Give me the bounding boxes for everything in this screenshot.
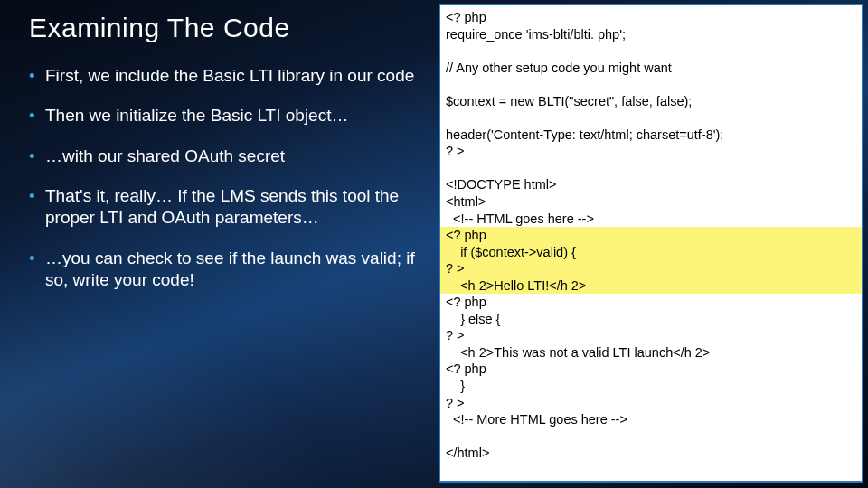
bullet-item: First, we include the Basic LTI library … [29,65,418,87]
code-block: <? php require_once 'ims-blti/blti. php'… [440,5,862,465]
slide: Examining The Code First, we include the… [0,0,868,488]
left-column: Examining The Code First, we include the… [0,0,434,488]
code-highlight: <? php if ($context->valid) { ? > <h 2>H… [440,227,862,294]
bullet-item: …with our shared OAuth secret [29,145,418,167]
slide-title: Examining The Code [29,13,418,43]
code-post: <? php } else { ? > <h 2>This was not a … [446,295,710,460]
code-panel: <? php require_once 'ims-blti/blti. php'… [439,4,863,483]
bullet-item: …you can check to see if the launch was … [29,248,418,292]
bullet-item: Then we initialize the Basic LTI object… [29,105,418,127]
bullet-list: First, we include the Basic LTI library … [29,65,418,291]
bullet-item: That's it, really… If the LMS sends this… [29,185,418,230]
code-pre: <? php require_once 'ims-blti/blti. php'… [446,10,723,226]
